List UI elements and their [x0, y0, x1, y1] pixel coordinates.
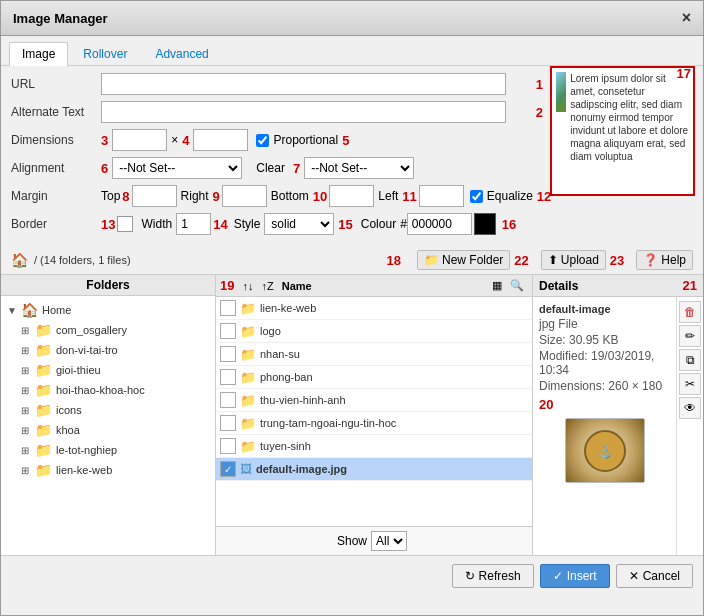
folder-icon: 📁 — [35, 402, 53, 418]
width-input[interactable] — [112, 129, 167, 151]
tab-image[interactable]: Image — [9, 42, 68, 66]
border-checkbox[interactable] — [117, 216, 133, 232]
svg-text:⚓: ⚓ — [597, 444, 612, 459]
folder-item[interactable]: ⊞ 📁 gioi-thieu — [5, 360, 211, 380]
colour-label: Colour — [361, 217, 396, 231]
margin-right-input[interactable] — [222, 185, 267, 207]
num-17: 17 — [677, 66, 691, 81]
copy-button[interactable]: ⧉ — [679, 349, 701, 371]
url-input[interactable] — [101, 73, 506, 95]
sort-name-button[interactable]: ↑Z — [257, 278, 277, 294]
list-item[interactable]: 📁 lien-ke-web — [216, 297, 532, 320]
refresh-icon: ↻ — [465, 569, 475, 583]
new-folder-button[interactable]: 📁 New Folder — [417, 250, 510, 270]
list-item-selected[interactable]: ✓ 🖼 default-image.jpg — [216, 458, 532, 481]
folder-toggle: ⊞ — [21, 445, 35, 456]
sort-asc-button[interactable]: ↑↓ — [238, 278, 257, 294]
proportional-check[interactable] — [256, 134, 269, 147]
tab-advanced[interactable]: Advanced — [142, 42, 221, 65]
folder-item[interactable]: ⊞ 📁 don-vi-tai-tro — [5, 340, 211, 360]
file-checkbox-checked[interactable]: ✓ — [220, 461, 236, 477]
folder-item[interactable]: ⊞ 📁 le-tot-nghiep — [5, 440, 211, 460]
dialog-title: Image Manager — [13, 11, 108, 26]
delete-button[interactable]: 🗑 — [679, 301, 701, 323]
show-select[interactable]: All — [371, 531, 407, 551]
dim-separator: × — [171, 133, 178, 147]
alignment-select[interactable]: --Not Set-- — [112, 157, 242, 179]
folder-item[interactable]: ⊞ 📁 hoi-thao-khoa-hoc — [5, 380, 211, 400]
num-3: 3 — [101, 133, 108, 148]
style-label: Style — [234, 217, 261, 231]
alignment-row: Alignment 6 --Not Set-- Clear 7 --Not Se… — [11, 156, 543, 180]
upload-button[interactable]: ⬆ Upload — [541, 250, 606, 270]
height-input[interactable] — [193, 129, 248, 151]
num-22: 22 — [514, 253, 528, 268]
cut-button[interactable]: ✂ — [679, 373, 701, 395]
insert-button[interactable]: ✓ Insert — [540, 564, 610, 588]
view-button[interactable]: 👁 — [679, 397, 701, 419]
image-manager-dialog: Image Manager × Image Rollover Advanced … — [0, 0, 704, 616]
style-select[interactable]: solid — [264, 213, 334, 235]
list-item[interactable]: 📁 phong-ban — [216, 366, 532, 389]
num-19: 19 — [220, 278, 234, 293]
edit-button[interactable]: ✏ — [679, 325, 701, 347]
home-folder-icon: 🏠 — [21, 302, 39, 318]
list-item[interactable]: 📁 thu-vien-hinh-anh — [216, 389, 532, 412]
colour-input[interactable] — [407, 213, 472, 235]
file-checkbox[interactable] — [220, 346, 236, 362]
margin-left-input[interactable] — [419, 185, 464, 207]
refresh-button[interactable]: ↻ Refresh — [452, 564, 534, 588]
details-type: jpg File — [539, 317, 670, 331]
list-item[interactable]: 📁 trung-tam-ngoai-ngu-tin-hoc — [216, 412, 532, 435]
folder-list: ▼ 🏠 Home ⊞ 📁 com_osgallery ⊞ 📁 don-vi-ta… — [1, 296, 215, 555]
search-button[interactable]: 🔍 — [506, 277, 528, 294]
list-item[interactable]: 📁 nhan-su — [216, 343, 532, 366]
details-dimensions: Dimensions: 260 × 180 — [539, 379, 670, 393]
file-checkbox[interactable] — [220, 369, 236, 385]
home-icon[interactable]: 🏠 — [11, 252, 28, 268]
breadcrumb: / (14 folders, 1 files) — [34, 254, 387, 266]
close-button[interactable]: × — [682, 9, 691, 27]
colour-swatch[interactable] — [474, 213, 496, 235]
folder-icon: 📁 — [240, 370, 256, 385]
alt-input[interactable] — [101, 101, 506, 123]
folder-icon: 📁 — [35, 442, 53, 458]
file-checkbox[interactable] — [220, 438, 236, 454]
folder-home[interactable]: ▼ 🏠 Home — [5, 300, 211, 320]
alt-label: Alternate Text — [11, 105, 101, 119]
help-button[interactable]: ❓ Help — [636, 250, 693, 270]
folder-item[interactable]: ⊞ 📁 com_osgallery — [5, 320, 211, 340]
num-21: 21 — [683, 278, 697, 293]
file-checkbox[interactable] — [220, 415, 236, 431]
folder-icon: 📁 — [240, 347, 256, 362]
folder-item[interactable]: ⊞ 📁 icons — [5, 400, 211, 420]
margin-top-input[interactable] — [132, 185, 177, 207]
list-item[interactable]: 📁 tuyen-sinh — [216, 435, 532, 458]
folder-item[interactable]: ⊞ 📁 lien-ke-web — [5, 460, 211, 480]
num-1: 1 — [536, 77, 543, 92]
file-checkbox[interactable] — [220, 323, 236, 339]
help-icon: ❓ — [643, 253, 658, 267]
folder-item[interactable]: ⊞ 📁 khoa — [5, 420, 211, 440]
folder-icon: 📁 — [35, 362, 53, 378]
preview-box: 17 Lorem ipsum dolor sit amet, consetetu… — [550, 66, 695, 196]
num-13: 13 — [101, 217, 115, 232]
num-20: 20 — [539, 397, 553, 412]
details-panel: Details 21 default-image jpg File Size: … — [533, 275, 703, 555]
margin-bottom-input[interactable] — [329, 185, 374, 207]
folders-panel: Folders ▼ 🏠 Home ⊞ 📁 com_osgallery ⊞ 📁 d… — [1, 275, 216, 555]
folder-icon: 📁 — [240, 393, 256, 408]
details-size: Size: 30.95 KB — [539, 333, 670, 347]
folder-icon: 📁 — [35, 462, 53, 478]
file-checkbox[interactable] — [220, 300, 236, 316]
cancel-button[interactable]: ✕ Cancel — [616, 564, 693, 588]
clear-select[interactable]: --Not Set-- — [304, 157, 414, 179]
margin-label: Margin — [11, 189, 101, 203]
folder-icon: 📁 — [35, 322, 53, 338]
list-item[interactable]: 📁 logo — [216, 320, 532, 343]
grid-view-button[interactable]: ▦ — [488, 277, 506, 294]
equalize-check[interactable] — [470, 190, 483, 203]
file-checkbox[interactable] — [220, 392, 236, 408]
tab-rollover[interactable]: Rollover — [70, 42, 140, 65]
border-width-input[interactable] — [176, 213, 211, 235]
